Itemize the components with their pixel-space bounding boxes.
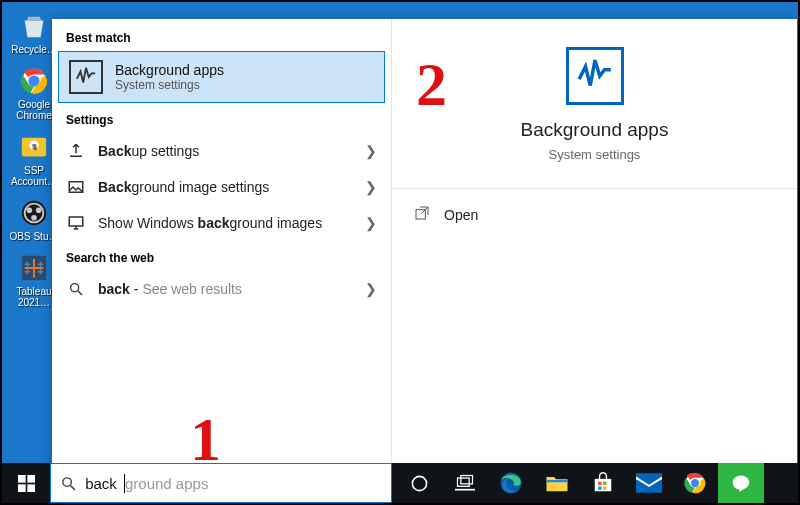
svg-point-9 (31, 215, 37, 221)
chevron-right-icon: ❯ (365, 179, 377, 195)
svg-rect-22 (461, 476, 473, 484)
desktop: Recycle… Google Chrome $ SSP Account… OB… (2, 2, 798, 503)
result-text: Show Windows background images (98, 215, 353, 231)
monitor-icon (66, 213, 86, 233)
settings-activity-icon (69, 60, 103, 94)
svg-rect-12 (69, 217, 83, 226)
windows-icon (18, 475, 35, 492)
settings-result-bg-image[interactable]: Background image settings ❯ (52, 169, 391, 205)
svg-rect-23 (455, 489, 475, 491)
recycle-bin-icon (16, 8, 52, 44)
best-match-label: Best match (52, 21, 391, 51)
chevron-right-icon: ❯ (365, 215, 377, 231)
best-match-title: Background apps (115, 62, 224, 78)
start-button[interactable] (2, 463, 50, 503)
web-result[interactable]: back - See web results ❯ (52, 271, 391, 307)
search-flyout: Best match Background apps System settin… (52, 19, 797, 463)
taskbar-app-explorer[interactable] (534, 463, 580, 503)
settings-result-backup[interactable]: Backup settings ❯ (52, 133, 391, 169)
svg-rect-18 (27, 484, 35, 492)
svg-rect-27 (603, 482, 606, 485)
task-view-button[interactable] (442, 463, 488, 503)
text-caret (124, 474, 125, 493)
svg-rect-17 (18, 484, 26, 492)
chevron-right-icon: ❯ (365, 281, 377, 297)
taskbar-app-mail[interactable] (626, 463, 672, 503)
cortana-icon (410, 474, 429, 493)
svg-point-32 (691, 479, 699, 487)
preview-actions: Open (392, 189, 797, 240)
svg-point-19 (62, 477, 71, 486)
svg-rect-15 (18, 475, 26, 483)
search-input[interactable] (85, 475, 391, 492)
edge-icon (498, 470, 524, 496)
preview-header: 2 Background apps System settings (392, 19, 797, 180)
web-section-label: Search the web (52, 241, 391, 271)
result-text: Background image settings (98, 179, 353, 195)
search-icon (66, 279, 86, 299)
settings-section-label: Settings (52, 103, 391, 133)
best-match-result[interactable]: Background apps System settings (58, 51, 385, 103)
task-view-icon (455, 474, 475, 492)
taskbar-app-chrome[interactable] (672, 463, 718, 503)
taskbar: ground apps (2, 463, 798, 503)
file-explorer-icon (545, 472, 569, 494)
backup-icon (66, 141, 86, 161)
settings-result-show-bg-images[interactable]: Show Windows background images ❯ (52, 205, 391, 241)
taskbar-app-line[interactable] (718, 463, 764, 503)
taskbar-app-store[interactable] (580, 463, 626, 503)
chrome-icon (16, 63, 52, 99)
line-icon (729, 471, 753, 495)
chrome-icon (683, 471, 707, 495)
search-results-column: Best match Background apps System settin… (52, 19, 392, 463)
svg-point-7 (27, 207, 33, 213)
picture-icon (66, 177, 86, 197)
ssp-icon: $ (16, 129, 52, 165)
taskbar-icons (396, 463, 764, 503)
best-match-subtitle: System settings (115, 78, 224, 92)
obs-icon (16, 195, 52, 231)
mail-icon (636, 473, 662, 493)
search-preview-column: 2 Background apps System settings Open (392, 19, 797, 463)
chevron-right-icon: ❯ (365, 143, 377, 159)
svg-point-13 (71, 284, 79, 292)
result-text: Backup settings (98, 143, 353, 159)
desktop-icon-label: Recycle… (11, 44, 57, 55)
preview-title: Background apps (521, 119, 669, 141)
svg-rect-29 (603, 486, 606, 489)
preview-subtitle: System settings (549, 147, 641, 162)
cortana-button[interactable] (396, 463, 442, 503)
annotation-2: 2 (416, 49, 447, 120)
search-icon (51, 475, 85, 492)
svg-rect-16 (27, 475, 35, 483)
store-icon (592, 472, 614, 494)
svg-point-20 (412, 476, 426, 490)
svg-point-8 (36, 207, 42, 213)
svg-rect-21 (458, 478, 470, 486)
taskbar-search-box[interactable]: ground apps (50, 463, 392, 503)
preview-activity-icon (566, 47, 624, 105)
taskbar-app-edge[interactable] (488, 463, 534, 503)
action-open[interactable]: Open (392, 193, 797, 236)
open-icon (414, 205, 430, 224)
result-text: back - See web results (98, 281, 353, 297)
action-label: Open (444, 207, 478, 223)
svg-rect-26 (598, 482, 601, 485)
svg-rect-28 (598, 486, 601, 489)
tableau-icon (16, 250, 52, 286)
svg-rect-30 (636, 473, 662, 493)
